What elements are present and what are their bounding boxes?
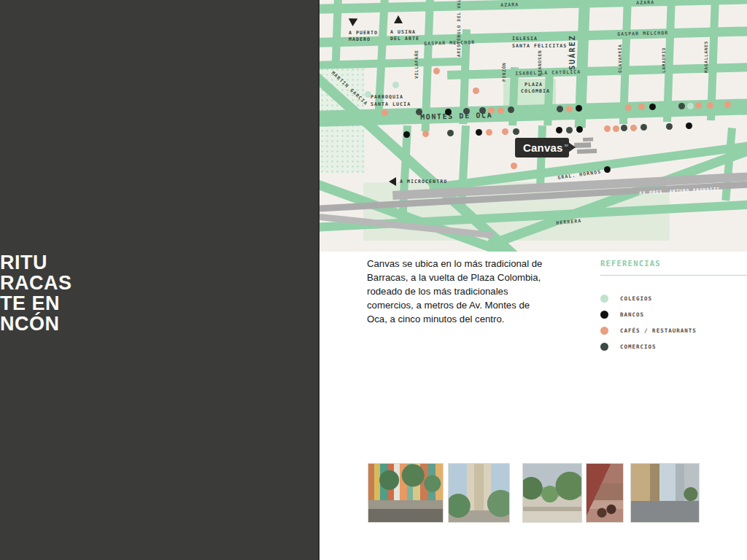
- legend-label: COMERCIOS: [620, 343, 657, 350]
- poi-dot-cafe: [382, 109, 388, 116]
- puerto-madero-direction-icon: [349, 15, 360, 26]
- poi-dot-banco: [649, 104, 656, 110]
- poi-dot-cafe: [625, 104, 632, 111]
- left-panel: RITU RACAS TE EN NCÓN: [0, 0, 320, 560]
- page: RITU RACAS TE EN NCÓN: [0, 0, 747, 560]
- marker-pointer-icon: [568, 142, 576, 152]
- poi-dot-cafe: [630, 125, 637, 131]
- street-label: SUÁREZ: [568, 34, 576, 70]
- poi-dot-cafe: [502, 128, 508, 135]
- street-label: LAMADRID: [661, 47, 666, 73]
- references-divider: [600, 275, 747, 276]
- legend-item: CAFÉS / RESTAURANTS: [600, 322, 697, 338]
- street-label: AZARA: [500, 1, 519, 8]
- poi-dot-comercio: [666, 123, 673, 130]
- map-street: [447, 63, 747, 79]
- poi-dot-banco: [403, 131, 410, 138]
- street-label: SANTA FELICITAS: [512, 43, 567, 49]
- poi-dot-comercio: [678, 103, 685, 109]
- street-label: PARROQUIA: [371, 94, 403, 100]
- poi-dot-comercio: [447, 130, 454, 136]
- map-street: [332, 0, 342, 66]
- canvas-building-footprint: [577, 149, 597, 154]
- photo-avenida-montes-de-oca[interactable]: [630, 463, 700, 523]
- legend-dot-comercio: [600, 343, 608, 351]
- poi-dot-colegio: [687, 103, 694, 109]
- street-label: MADERO: [349, 36, 371, 42]
- poi-dot-cafe: [422, 131, 429, 137]
- poi-dot-banco: [556, 127, 562, 133]
- poi-dot-comercio: [479, 107, 486, 114]
- street-label: BRANDSEN: [537, 50, 542, 76]
- poi-dot-cafe: [638, 104, 645, 110]
- references-title: REFERENCIAS: [600, 259, 661, 268]
- poi-dot-colegio: [392, 82, 399, 88]
- street-label: A PUERTO: [349, 30, 378, 36]
- page-title-line: RACAS: [0, 273, 72, 293]
- photo-plaza-colombia[interactable]: [522, 463, 582, 523]
- street-label: PINZÓN: [501, 63, 506, 82]
- street-label: DEL ARTE: [390, 36, 419, 42]
- poi-dot-cafe: [695, 102, 702, 109]
- poi-dot-comercio: [416, 109, 422, 115]
- poi-dot-cafe: [433, 68, 440, 74]
- poi-dot-comercio: [557, 106, 563, 112]
- legend-dot-colegio: [600, 295, 608, 303]
- poi-dot-banco: [686, 122, 692, 129]
- legend-item: COMERCIOS: [600, 338, 697, 354]
- poi-dot-banco: [476, 129, 482, 136]
- poi-dot-cafe: [486, 129, 492, 136]
- canvas-building-footprint: [574, 142, 591, 148]
- map-legend: COLEGIOSBANCOSCAFÉS / RESTAURANTSCOMERCI…: [600, 290, 697, 354]
- page-title: RITU RACAS TE EN NCÓN: [0, 252, 72, 334]
- poi-dot-cafe: [707, 102, 713, 109]
- street-label: AZARA: [636, 0, 654, 6]
- poi-dot-banco: [604, 166, 611, 173]
- poi-dot-comercio: [621, 125, 627, 131]
- street-label: PLAZA: [525, 82, 543, 88]
- street-label: OLAVARRÍA: [617, 44, 622, 73]
- poi-dot-cafe: [604, 125, 611, 132]
- street-label: COLOMBIA: [521, 88, 550, 94]
- canvas-building-footprint: [583, 138, 593, 141]
- poi-dot-cafe: [511, 163, 517, 169]
- page-title-line: RITU: [0, 252, 72, 273]
- legend-label: COLEGIOS: [620, 295, 652, 302]
- poi-dot-banco: [576, 105, 582, 112]
- poi-dot-cafe: [566, 106, 573, 112]
- poi-dot-cafe: [613, 125, 619, 132]
- map-street: [320, 57, 468, 69]
- photo-cafe-storefront[interactable]: [586, 463, 624, 523]
- poi-dot-comercio: [463, 108, 470, 114]
- poi-dot-colegio: [365, 91, 371, 98]
- street-label: IGLESIA: [512, 36, 538, 42]
- canvas-map-marker: Canvas 319: [515, 138, 569, 158]
- usina-del-arte-direction-icon: [394, 15, 403, 23]
- legend-dot-cafe: [600, 327, 608, 335]
- photo-colorful-street-facades[interactable]: [368, 463, 444, 523]
- poi-dot-cafe: [488, 107, 495, 114]
- street-label: A MICROCENTRO: [400, 179, 447, 184]
- street-label: VILLAFAÑE: [414, 50, 419, 79]
- poi-dot-comercio: [508, 106, 514, 113]
- street-label: A USINA: [390, 29, 416, 35]
- poi-dot-comercio: [513, 128, 519, 135]
- poi-dot-cafe: [724, 101, 731, 108]
- street-label: MAGALLANES: [703, 41, 708, 73]
- legend-item: BANCOS: [600, 306, 697, 322]
- legend-dot-banco: [600, 311, 608, 319]
- street-label: SANTA LUCÍA: [371, 101, 411, 107]
- street-label: ARISTÓBULO DEL VALLE: [456, 0, 461, 57]
- photo-iglesia-santa-felicitas[interactable]: [448, 463, 510, 523]
- poi-dot-comercio: [566, 127, 573, 133]
- poi-dot-cafe: [498, 107, 504, 114]
- page-title-line: NCÓN: [0, 314, 72, 334]
- microcentro-direction-icon: [389, 177, 396, 186]
- neighborhood-map: AZARAAZARAGASPAR MELCHORGASPAR MELCHORIG…: [320, 0, 747, 252]
- legend-label: BANCOS: [620, 311, 644, 318]
- legend-label: CAFÉS / RESTAURANTS: [620, 327, 697, 334]
- location-description: Canvas se ubica en lo más tradicional de…: [367, 257, 548, 326]
- canvas-marker-label: Canvas: [523, 141, 563, 154]
- legend-item: COLEGIOS: [600, 290, 697, 306]
- poi-dot-banco: [576, 126, 583, 133]
